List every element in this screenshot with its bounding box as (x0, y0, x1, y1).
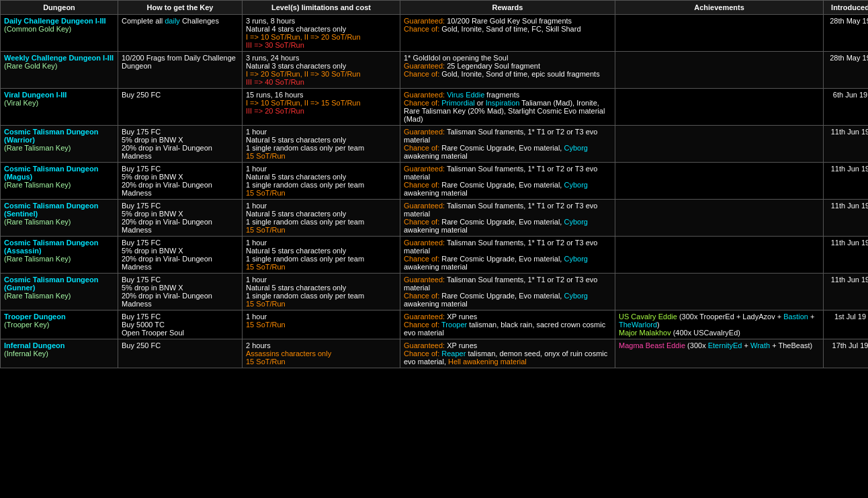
dungeon-name-cell: Infernal Dungeon(Infernal Key) (1, 339, 118, 368)
introduced-cell: 28th May 19 (824, 15, 869, 52)
dungeon-name-cell: Cosmic Talisman Dungeon (Magus)(Rare Tal… (1, 163, 118, 200)
header-dungeon: Dungeon (1, 1, 118, 15)
dungeon-name-cell: Cosmic Talisman Dungeon (Assassin)(Rare … (1, 237, 118, 274)
introduced-cell: 11th Jun 19 (824, 200, 869, 237)
rewards-cell: Guaranteed: Talisman Soul framents, 1* T… (400, 200, 615, 237)
rewards-cell: Guaranteed: 10/200 Rare Gold Key Soul fr… (400, 15, 615, 52)
achievements-cell (615, 163, 824, 200)
how-to-get-cell: Buy 175 FC5% drop in BNW X20% drop in Vi… (118, 200, 243, 237)
dungeon-name-cell: Cosmic Talisman Dungeon (Sentinel)(Rare … (1, 200, 118, 237)
introduced-cell: 11th Jun 19 (824, 237, 869, 274)
introduced-cell: 17th Jul 19 (824, 339, 869, 368)
achievements-cell (615, 15, 824, 52)
table-row: Viral Dungeon I-III(Viral Key)Buy 250 FC… (1, 89, 869, 126)
how-to-get-cell: Buy 175 FC5% drop in BNW X20% drop in Vi… (118, 274, 243, 310)
how-to-get-cell: Buy 175 FC5% drop in BNW X20% drop in Vi… (118, 163, 243, 200)
how-to-get-cell: 10/200 Frags from Daily Challenge Dungeo… (118, 52, 243, 89)
how-to-get-cell: Buy 175 FC5% drop in BNW X20% drop in Vi… (118, 237, 243, 274)
rewards-cell: Guaranteed: XP runesChance of: Trooper t… (400, 310, 615, 339)
header-levels: Level(s) limitations and cost (243, 1, 400, 15)
dungeon-name-cell: Weekly Challenge Dungeon I-III(Rare Gold… (1, 52, 118, 89)
levels-cell: 1 hourNatural 5 stars characters only1 s… (243, 126, 400, 163)
levels-cell: 1 hourNatural 5 stars characters only1 s… (243, 163, 400, 200)
levels-cell: 2 hoursAssassins characters only15 SoT/R… (243, 339, 400, 368)
table-row: Trooper Dungeon(Trooper Key)Buy 175 FCBu… (1, 310, 869, 339)
levels-cell: 3 runs, 8 hoursNatural 4 stars character… (243, 15, 400, 52)
rewards-cell: Guaranteed: XP runesChance of: Reaper ta… (400, 339, 615, 368)
rewards-cell: Guaranteed: Talisman Soul framents, 1* T… (400, 163, 615, 200)
achievements-cell (615, 274, 824, 310)
achievements-cell (615, 200, 824, 237)
how-to-get-cell: Buy 175 FC5% drop in BNW X20% drop in Vi… (118, 126, 243, 163)
levels-cell: 3 runs, 24 hoursNatural 3 stars characte… (243, 52, 400, 89)
table-row: Weekly Challenge Dungeon I-III(Rare Gold… (1, 52, 869, 89)
how-to-get-cell: Buy 250 FC (118, 339, 243, 368)
dungeon-name-cell: Daily Challenge Dungeon I-III(Common Gol… (1, 15, 118, 52)
table-row: Cosmic Talisman Dungeon (Gunner)(Rare Ta… (1, 274, 869, 310)
rewards-cell: Guaranteed: Talisman Soul framents, 1* T… (400, 237, 615, 274)
table-row: Cosmic Talisman Dungeon (Sentinel)(Rare … (1, 200, 869, 237)
table-row: Daily Challenge Dungeon I-III(Common Gol… (1, 15, 869, 52)
dungeon-name-cell: Cosmic Talisman Dungeon (Gunner)(Rare Ta… (1, 274, 118, 310)
table-row: Cosmic Talisman Dungeon (Assassin)(Rare … (1, 237, 869, 274)
dungeon-name-cell: Viral Dungeon I-III(Viral Key) (1, 89, 118, 126)
achievements-cell (615, 237, 824, 274)
header-rewards: Rewards (400, 1, 615, 15)
achievements-cell (615, 89, 824, 126)
introduced-cell: 1st Jul 19 (824, 310, 869, 339)
levels-cell: 15 runs, 16 hoursI => 10 SoT/Run, II => … (243, 89, 400, 126)
dungeon-name-cell: Trooper Dungeon(Trooper Key) (1, 310, 118, 339)
header-achievements: Achievements (615, 1, 824, 15)
achievements-cell: Magma Beast Eddie (300x EternityEd + Wra… (615, 339, 824, 368)
introduced-cell: 11th Jun 19 (824, 274, 869, 310)
header-how-to-get: How to get the Key (118, 1, 243, 15)
introduced-cell: 11th Jun 19 (824, 163, 869, 200)
how-to-get-cell: Buy 175 FCBuy 5000 TCOpen Trooper Soul (118, 310, 243, 339)
rewards-cell: Guaranteed: Talisman Soul framents, 1* T… (400, 274, 615, 310)
introduced-cell: 11th Jun 19 (824, 126, 869, 163)
header-introduced: Introduced (824, 1, 869, 15)
how-to-get-cell: Buy 250 FC (118, 89, 243, 126)
rewards-cell: Guaranteed: Talisman Soul framents, 1* T… (400, 126, 615, 163)
levels-cell: 1 hourNatural 5 stars characters only1 s… (243, 200, 400, 237)
achievements-cell (615, 126, 824, 163)
levels-cell: 1 hour15 SoT/Run (243, 310, 400, 339)
rewards-cell: Guaranteed: Virus Eddie fragmentsChance … (400, 89, 615, 126)
rewards-cell: 1* GoldIdol on opening the SoulGuarantee… (400, 52, 615, 89)
table-row: Infernal Dungeon(Infernal Key)Buy 250 FC… (1, 339, 869, 368)
levels-cell: 1 hourNatural 5 stars characters only1 s… (243, 237, 400, 274)
introduced-cell: 28th May 19 (824, 52, 869, 89)
levels-cell: 1 hourNatural 5 stars characters only1 s… (243, 274, 400, 310)
table-row: Cosmic Talisman Dungeon (Magus)(Rare Tal… (1, 163, 869, 200)
table-row: Cosmic Talisman Dungeon (Warrior)(Rare T… (1, 126, 869, 163)
dungeon-name-cell: Cosmic Talisman Dungeon (Warrior)(Rare T… (1, 126, 118, 163)
introduced-cell: 6th Jun 19 (824, 89, 869, 126)
achievements-cell (615, 52, 824, 89)
how-to-get-cell: Complete all daily Challenges (118, 15, 243, 52)
achievements-cell: US Cavalry Eddie (300x TrooperEd + LadyA… (615, 310, 824, 339)
